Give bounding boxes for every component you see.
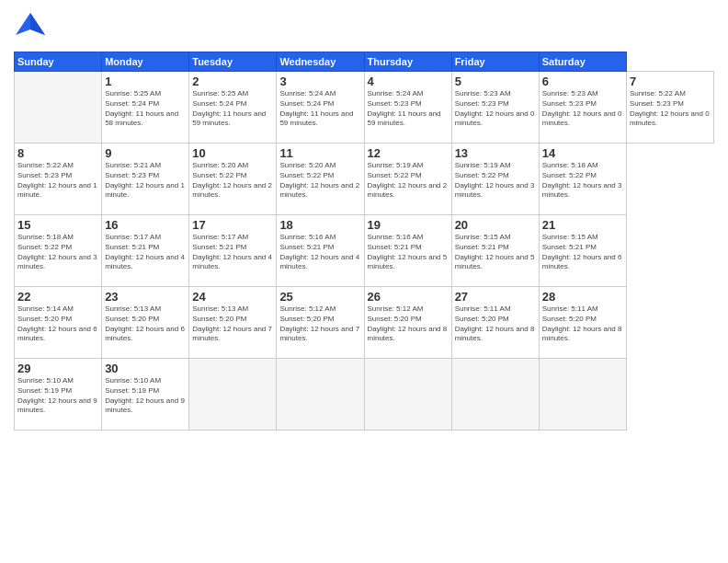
day-cell: 29Sunrise: 5:10 AMSunset: 5:19 PMDayligh… bbox=[15, 359, 102, 431]
day-number: 17 bbox=[192, 218, 273, 232]
day-cell: 7Sunrise: 5:22 AMSunset: 5:23 PMDaylight… bbox=[626, 72, 713, 144]
day-cell bbox=[451, 359, 539, 431]
day-number: 19 bbox=[368, 218, 449, 232]
day-info: Sunrise: 5:23 AMSunset: 5:23 PMDaylight:… bbox=[455, 89, 536, 129]
day-number: 25 bbox=[279, 290, 360, 304]
day-cell: 22Sunrise: 5:14 AMSunset: 5:20 PMDayligh… bbox=[15, 287, 102, 359]
day-info: Sunrise: 5:16 AMSunset: 5:21 PMDaylight:… bbox=[279, 233, 360, 272]
day-info: Sunrise: 5:20 AMSunset: 5:22 PMDaylight:… bbox=[279, 161, 360, 201]
day-number: 3 bbox=[279, 75, 360, 88]
day-cell: 13Sunrise: 5:19 AMSunset: 5:22 PMDayligh… bbox=[451, 144, 539, 215]
day-cell: 17Sunrise: 5:17 AMSunset: 5:21 PMDayligh… bbox=[189, 215, 277, 287]
day-cell bbox=[277, 359, 364, 431]
day-info: Sunrise: 5:22 AMSunset: 5:23 PMDaylight:… bbox=[17, 161, 98, 201]
day-info: Sunrise: 5:15 AMSunset: 5:21 PMDaylight:… bbox=[455, 233, 536, 272]
day-number: 28 bbox=[542, 290, 623, 304]
day-cell: 5Sunrise: 5:23 AMSunset: 5:23 PMDaylight… bbox=[451, 72, 539, 144]
day-cell: 3Sunrise: 5:24 AMSunset: 5:24 PMDaylight… bbox=[277, 72, 364, 144]
day-info: Sunrise: 5:19 AMSunset: 5:22 PMDaylight:… bbox=[368, 161, 449, 201]
day-info: Sunrise: 5:13 AMSunset: 5:20 PMDaylight:… bbox=[192, 304, 273, 344]
day-info: Sunrise: 5:17 AMSunset: 5:21 PMDaylight:… bbox=[105, 233, 186, 272]
day-cell: 15Sunrise: 5:18 AMSunset: 5:22 PMDayligh… bbox=[15, 215, 102, 287]
column-header-friday: Friday bbox=[451, 52, 539, 72]
day-cell: 2Sunrise: 5:25 AMSunset: 5:24 PMDaylight… bbox=[189, 72, 277, 144]
day-cell bbox=[364, 359, 451, 431]
day-number: 20 bbox=[455, 218, 536, 232]
day-info: Sunrise: 5:16 AMSunset: 5:21 PMDaylight:… bbox=[368, 233, 449, 272]
day-cell: 11Sunrise: 5:20 AMSunset: 5:22 PMDayligh… bbox=[277, 144, 364, 215]
day-cell bbox=[189, 359, 277, 431]
day-cell: 23Sunrise: 5:13 AMSunset: 5:20 PMDayligh… bbox=[102, 287, 189, 359]
day-number: 8 bbox=[17, 146, 98, 160]
day-number: 26 bbox=[368, 290, 449, 304]
day-info: Sunrise: 5:11 AMSunset: 5:20 PMDaylight:… bbox=[542, 304, 623, 344]
logo bbox=[14, 9, 51, 46]
day-cell: 4Sunrise: 5:24 AMSunset: 5:23 PMDaylight… bbox=[364, 72, 451, 144]
day-number: 14 bbox=[542, 146, 623, 160]
day-info: Sunrise: 5:15 AMSunset: 5:21 PMDaylight:… bbox=[542, 233, 623, 272]
day-info: Sunrise: 5:23 AMSunset: 5:23 PMDaylight:… bbox=[542, 89, 623, 129]
day-cell: 18Sunrise: 5:16 AMSunset: 5:21 PMDayligh… bbox=[277, 215, 364, 287]
day-number: 4 bbox=[368, 75, 449, 88]
day-cell: 26Sunrise: 5:12 AMSunset: 5:20 PMDayligh… bbox=[364, 287, 451, 359]
day-info: Sunrise: 5:10 AMSunset: 5:19 PMDaylight:… bbox=[105, 376, 186, 416]
day-info: Sunrise: 5:20 AMSunset: 5:22 PMDaylight:… bbox=[192, 161, 273, 201]
day-number: 22 bbox=[17, 290, 98, 304]
week-row-3: 15Sunrise: 5:18 AMSunset: 5:22 PMDayligh… bbox=[15, 215, 714, 287]
day-info: Sunrise: 5:13 AMSunset: 5:20 PMDaylight:… bbox=[105, 304, 186, 344]
column-header-sunday: Sunday bbox=[15, 52, 102, 72]
day-number: 5 bbox=[455, 75, 536, 88]
day-number: 15 bbox=[17, 218, 98, 232]
calendar-page: SundayMondayTuesdayWednesdayThursdayFrid… bbox=[0, 0, 728, 563]
column-header-thursday: Thursday bbox=[364, 52, 451, 72]
day-cell: 30Sunrise: 5:10 AMSunset: 5:19 PMDayligh… bbox=[102, 359, 189, 431]
day-number: 2 bbox=[192, 75, 273, 88]
day-info: Sunrise: 5:10 AMSunset: 5:19 PMDaylight:… bbox=[17, 376, 98, 416]
day-info: Sunrise: 5:18 AMSunset: 5:22 PMDaylight:… bbox=[17, 233, 98, 272]
day-cell: 20Sunrise: 5:15 AMSunset: 5:21 PMDayligh… bbox=[451, 215, 539, 287]
logo-icon bbox=[14, 9, 47, 46]
day-number: 13 bbox=[455, 146, 536, 160]
day-info: Sunrise: 5:18 AMSunset: 5:22 PMDaylight:… bbox=[542, 161, 623, 201]
day-number: 9 bbox=[105, 146, 186, 160]
day-cell: 6Sunrise: 5:23 AMSunset: 5:23 PMDaylight… bbox=[539, 72, 626, 144]
day-number: 23 bbox=[105, 290, 186, 304]
svg-marker-1 bbox=[30, 13, 45, 35]
day-cell: 19Sunrise: 5:16 AMSunset: 5:21 PMDayligh… bbox=[364, 215, 451, 287]
day-cell bbox=[539, 359, 626, 431]
day-info: Sunrise: 5:12 AMSunset: 5:20 PMDaylight:… bbox=[279, 304, 360, 344]
day-info: Sunrise: 5:25 AMSunset: 5:24 PMDaylight:… bbox=[192, 89, 273, 129]
day-number: 6 bbox=[542, 75, 623, 88]
day-number: 7 bbox=[630, 75, 711, 88]
day-number: 18 bbox=[279, 218, 360, 232]
day-cell: 28Sunrise: 5:11 AMSunset: 5:20 PMDayligh… bbox=[539, 287, 626, 359]
day-info: Sunrise: 5:17 AMSunset: 5:21 PMDaylight:… bbox=[192, 233, 273, 272]
day-info: Sunrise: 5:21 AMSunset: 5:23 PMDaylight:… bbox=[105, 161, 186, 201]
day-number: 24 bbox=[192, 290, 273, 304]
day-info: Sunrise: 5:22 AMSunset: 5:23 PMDaylight:… bbox=[630, 89, 711, 129]
day-cell: 27Sunrise: 5:11 AMSunset: 5:20 PMDayligh… bbox=[451, 287, 539, 359]
day-cell: 10Sunrise: 5:20 AMSunset: 5:22 PMDayligh… bbox=[189, 144, 277, 215]
day-info: Sunrise: 5:11 AMSunset: 5:20 PMDaylight:… bbox=[455, 304, 536, 344]
day-number: 16 bbox=[105, 218, 186, 232]
day-cell: 14Sunrise: 5:18 AMSunset: 5:22 PMDayligh… bbox=[539, 144, 626, 215]
day-number: 21 bbox=[542, 218, 623, 232]
day-number: 1 bbox=[105, 75, 186, 88]
week-row-2: 8Sunrise: 5:22 AMSunset: 5:23 PMDaylight… bbox=[15, 144, 714, 215]
day-cell: 24Sunrise: 5:13 AMSunset: 5:20 PMDayligh… bbox=[189, 287, 277, 359]
day-info: Sunrise: 5:14 AMSunset: 5:20 PMDaylight:… bbox=[17, 304, 98, 344]
day-cell: 12Sunrise: 5:19 AMSunset: 5:22 PMDayligh… bbox=[364, 144, 451, 215]
column-header-monday: Monday bbox=[102, 52, 189, 72]
day-cell bbox=[15, 72, 102, 144]
day-cell: 25Sunrise: 5:12 AMSunset: 5:20 PMDayligh… bbox=[277, 287, 364, 359]
day-cell: 21Sunrise: 5:15 AMSunset: 5:21 PMDayligh… bbox=[539, 215, 626, 287]
day-cell: 8Sunrise: 5:22 AMSunset: 5:23 PMDaylight… bbox=[15, 144, 102, 215]
day-number: 11 bbox=[279, 146, 360, 160]
week-row-5: 29Sunrise: 5:10 AMSunset: 5:19 PMDayligh… bbox=[15, 359, 714, 431]
day-cell: 1Sunrise: 5:25 AMSunset: 5:24 PMDaylight… bbox=[102, 72, 189, 144]
header bbox=[14, 9, 714, 46]
day-number: 27 bbox=[455, 290, 536, 304]
column-header-tuesday: Tuesday bbox=[189, 52, 277, 72]
day-info: Sunrise: 5:12 AMSunset: 5:20 PMDaylight:… bbox=[368, 304, 449, 344]
day-number: 12 bbox=[368, 146, 449, 160]
